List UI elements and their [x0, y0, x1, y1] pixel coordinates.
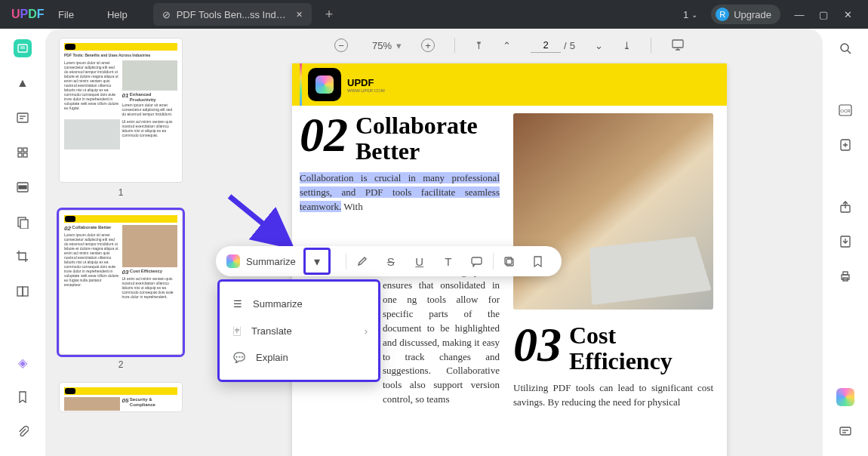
export-icon[interactable]	[836, 233, 854, 251]
section-body[interactable]: Collaboration is crucial in many profess…	[300, 171, 500, 214]
tab-lock-icon: ⊘	[162, 9, 171, 20]
workspace-switcher[interactable]: 1⌄	[683, 9, 697, 20]
top-toolbar: − ▾ + ⤒ ⌃ / 5 ⌄ ⤓	[196, 29, 823, 62]
highlighter-icon[interactable]: ▲	[14, 74, 32, 92]
ai-assistant-icon[interactable]	[836, 388, 854, 406]
search-icon[interactable]	[836, 39, 854, 57]
first-page-button[interactable]: ⤒	[475, 40, 483, 51]
thumbnail-page-3[interactable]: 05 Security & Compliance	[59, 382, 183, 412]
svg-rect-11	[19, 186, 26, 189]
copy-icon[interactable]	[497, 256, 522, 267]
section-image	[513, 113, 713, 310]
reader-mode-icon[interactable]	[14, 39, 32, 57]
minimize-button[interactable]: —	[794, 9, 805, 20]
ai-dropdown-menu: ☰ Summarize 🀄︎ Translate › 💬 Explain	[217, 279, 380, 382]
note-icon[interactable]	[464, 256, 490, 267]
svg-rect-15	[23, 287, 28, 296]
svg-rect-3	[17, 113, 28, 122]
svg-point-17	[841, 44, 848, 51]
compare-icon[interactable]	[14, 282, 32, 300]
thumbnail-number: 1	[59, 187, 183, 198]
crop-icon[interactable]	[14, 248, 32, 266]
chevron-down-icon: ▾	[314, 254, 320, 269]
menu-help[interactable]: Help	[91, 9, 144, 20]
thumbnail-page-1[interactable]: PDF Tools: Benefits and Uses Across Indu…	[59, 38, 183, 183]
svg-text:OCR: OCR	[840, 109, 851, 113]
compress-icon[interactable]	[836, 136, 854, 154]
document-tab[interactable]: ⊘ PDF Tools Ben...ss Industries ×	[153, 3, 312, 26]
close-icon[interactable]: ×	[297, 8, 303, 20]
list-icon: ☰	[233, 298, 242, 310]
redact-icon[interactable]	[14, 178, 32, 196]
strikethrough-icon[interactable]: S	[378, 255, 404, 268]
chevron-right-icon: ›	[365, 325, 368, 337]
svg-rect-13	[20, 220, 28, 229]
zoom-out-button[interactable]: −	[334, 39, 348, 52]
avatar: R	[716, 8, 729, 21]
svg-rect-7	[23, 148, 27, 152]
summarize-button[interactable]: Summarize	[246, 256, 296, 267]
new-tab-button[interactable]: +	[325, 7, 334, 23]
comment-panel-icon[interactable]	[836, 423, 854, 441]
underline-icon[interactable]: U	[407, 255, 432, 268]
svg-line-18	[848, 51, 851, 54]
prev-page-button[interactable]: ⌃	[503, 40, 511, 51]
svg-rect-32	[472, 257, 482, 264]
selection-toolbar: Summarize ▾ S U T	[216, 246, 562, 276]
app-logo: UPDF	[0, 8, 42, 21]
last-page-button[interactable]: ⤓	[623, 40, 631, 51]
bookmark-icon[interactable]	[14, 388, 32, 406]
highlighted-text[interactable]: Collaboration is crucial in many profess…	[300, 172, 500, 212]
ai-menu-translate[interactable]: 🀄︎ Translate ›	[220, 317, 378, 344]
right-rail: OCR	[823, 29, 868, 456]
svg-rect-25	[843, 272, 848, 275]
edit-text-icon[interactable]	[14, 109, 32, 127]
section-title: Cost Efficiency	[569, 323, 713, 374]
ai-menu-summarize[interactable]: ☰ Summarize	[220, 291, 378, 317]
svg-rect-8	[18, 153, 22, 157]
zoom-in-button[interactable]: +	[421, 39, 435, 52]
page-total: 5	[570, 40, 575, 51]
zoom-level[interactable]	[368, 40, 396, 51]
layers-icon[interactable]: ◈	[14, 353, 32, 371]
left-rail: ▲ ◈	[0, 29, 45, 456]
close-button[interactable]: ✕	[842, 9, 853, 20]
tab-title: PDF Tools Ben...ss Industries	[177, 9, 291, 20]
section-number: 03	[513, 323, 562, 367]
organize-pages-icon[interactable]	[14, 143, 32, 162]
svg-rect-14	[17, 287, 23, 296]
highlight-tool-icon[interactable]	[349, 255, 375, 267]
print-icon[interactable]	[836, 267, 854, 285]
maximize-button[interactable]: ▢	[818, 9, 829, 20]
squiggly-icon[interactable]: T	[436, 255, 461, 268]
next-page-button[interactable]: ⌄	[595, 40, 603, 51]
svg-rect-27	[840, 427, 851, 435]
bookmark-add-icon[interactable]	[525, 256, 551, 267]
ai-dropdown-button[interactable]: ▾	[303, 248, 331, 275]
menu-file[interactable]: File	[42, 9, 91, 20]
ai-icon	[226, 254, 240, 268]
zoom-dropdown-icon[interactable]: ▾	[396, 40, 402, 51]
upgrade-button[interactable]: R Upgrade	[711, 5, 780, 24]
share-icon[interactable]	[836, 198, 854, 216]
thumbnail-panel: PDF Tools: Benefits and Uses Across Indu…	[45, 29, 196, 456]
forms-icon[interactable]	[14, 213, 32, 231]
explain-icon: 💬	[233, 352, 245, 363]
svg-rect-6	[18, 148, 22, 152]
ai-menu-explain[interactable]: 💬 Explain	[220, 344, 378, 371]
svg-rect-9	[23, 153, 27, 157]
svg-line-31	[229, 196, 287, 243]
section-body[interactable]: Utilizing PDF tools can lead to signific…	[513, 381, 713, 410]
title-bar: UPDF File Help ⊘ PDF Tools Ben...ss Indu…	[0, 0, 868, 29]
thumbnail-page-2[interactable]: 02 Collaborate Better Lorem ipsum dolor …	[59, 210, 183, 355]
ocr-icon[interactable]: OCR	[836, 101, 854, 119]
page-number-input[interactable]	[531, 38, 561, 53]
presentation-icon[interactable]	[671, 38, 685, 54]
attachment-icon[interactable]	[14, 423, 32, 441]
section-number: 02	[300, 113, 348, 157]
doc-brand: UPDF	[347, 77, 385, 88]
annotation-arrow	[223, 190, 299, 251]
doc-brand-url: WWW.UPDF.COM	[347, 88, 385, 93]
section-title: Collaborate Better	[356, 113, 500, 164]
svg-rect-16	[673, 40, 683, 48]
